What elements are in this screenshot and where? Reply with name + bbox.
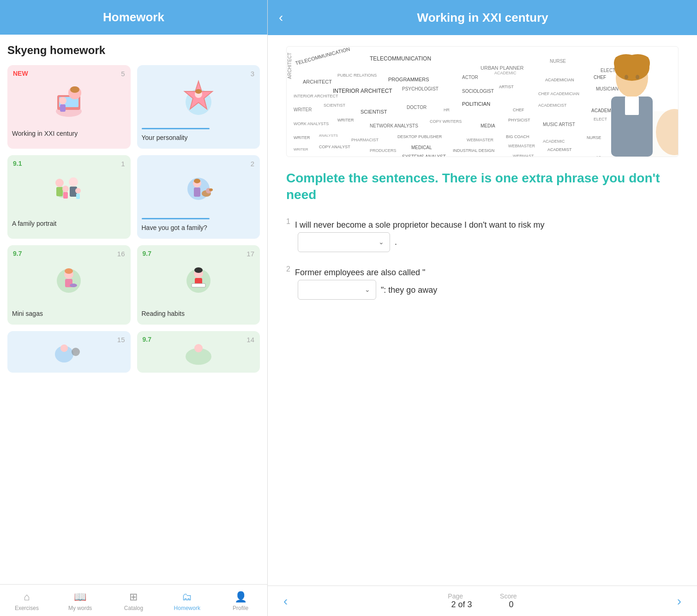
- svg-text:INDUSTRIAL DESIGN: INDUSTRIAL DESIGN: [453, 148, 494, 153]
- card-image-1: [12, 70, 126, 125]
- svg-text:SOCIOLOGIST: SOCIOLOGIST: [462, 89, 494, 94]
- exercise-text-1b: ⌄ .: [295, 232, 545, 252]
- card-progress-4: [142, 218, 210, 219]
- exercise-2: 2 Former employees are also called " ⌄ "…: [286, 265, 679, 300]
- svg-text:ARCHITECT: ARCHITECT: [287, 53, 292, 79]
- card-8[interactable]: 9.7 14: [137, 331, 260, 373]
- svg-point-4: [70, 86, 79, 93]
- nav-catalog[interactable]: ⊞ Catalog: [107, 588, 161, 614]
- card-mini-sagas[interactable]: 9.7 16 Mini sagas: [7, 245, 131, 325]
- left-header: Homework: [0, 0, 267, 35]
- svg-point-29: [65, 268, 73, 274]
- svg-rect-117: [625, 97, 639, 115]
- left-title: Homework: [103, 10, 164, 24]
- card-reading-habits[interactable]: 9.7 17 Reading habits: [137, 245, 260, 325]
- card-image-6: [142, 250, 256, 305]
- card-7[interactable]: 15: [7, 331, 131, 373]
- card-badge-9-7a: 9.7: [13, 250, 22, 257]
- svg-point-34: [194, 267, 203, 273]
- svg-text:ACADEMIC: ACADEMIC: [494, 71, 517, 75]
- svg-point-5: [59, 97, 66, 104]
- nav-my-words[interactable]: 📖 My words: [54, 588, 107, 614]
- svg-rect-13: [56, 187, 63, 196]
- page-title: Skyeng homework: [7, 44, 260, 57]
- svg-text:DOCTOR: DOCTOR: [407, 105, 427, 110]
- svg-text:PUBLIC RELATIONS: PUBLIC RELATIONS: [337, 73, 377, 78]
- svg-text:WRITER: WRITER: [294, 135, 310, 140]
- svg-text:ACTOR: ACTOR: [462, 75, 478, 80]
- svg-text:ACADEMIST: ACADEMIST: [547, 147, 572, 152]
- nav-catalog-label: Catalog: [124, 605, 143, 611]
- nav-exercises[interactable]: ⌂ Exercises: [0, 588, 54, 614]
- catalog-icon: ⊞: [129, 591, 138, 603]
- card-number-3: 3: [251, 70, 254, 78]
- card-number-16: 16: [117, 250, 125, 258]
- svg-text:ACADEMICIAN: ACADEMICIAN: [545, 78, 574, 82]
- card-progress-2: [142, 128, 210, 129]
- prev-page-button[interactable]: ‹: [279, 594, 292, 609]
- svg-point-113: [625, 75, 628, 79]
- bottom-nav: ⌂ Exercises 📖 My words ⊞ Catalog 🗂 Homew…: [0, 584, 267, 616]
- word-cloud-inner: TELECOMMUNICATION TELECOMMUNICATION URBA…: [287, 47, 678, 157]
- exercise-text-1-period: .: [395, 235, 397, 249]
- card-badge-9-7b: 9.7: [143, 250, 151, 257]
- dropdown-1[interactable]: ⌄: [298, 232, 390, 252]
- svg-point-14: [69, 177, 78, 187]
- svg-text:SCIENTIST: SCIENTIST: [361, 109, 387, 115]
- svg-text:INTERIOR ARCHITECT: INTERIOR ARCHITECT: [294, 94, 338, 98]
- right-title: Working in XXI century: [292, 11, 673, 25]
- score-value: 0: [509, 600, 514, 610]
- card-your-personality[interactable]: 3 Your personality: [137, 65, 260, 149]
- nav-homework[interactable]: 🗂 Homework: [160, 588, 214, 614]
- back-button[interactable]: ‹: [279, 10, 283, 25]
- exercise-text-2-suffix: ": they go away: [381, 283, 437, 297]
- nav-exercises-label: Exercises: [15, 605, 39, 611]
- homework-icon: 🗂: [182, 591, 192, 603]
- card-title-1: Working in XXI century: [12, 128, 126, 140]
- nav-profile-label: Profile: [233, 605, 248, 611]
- card-image-7: [12, 336, 126, 368]
- svg-text:CHEF ACADEMICIAN: CHEF ACADEMICIAN: [538, 91, 579, 96]
- dropdown-2[interactable]: ⌄: [298, 280, 376, 300]
- right-content: TELECOMMUNICATION TELECOMMUNICATION URBA…: [268, 35, 697, 586]
- svg-text:INTERIOR ARCHITECT: INTERIOR ARCHITECT: [333, 88, 392, 94]
- svg-text:PHARMACIST: PHARMACIST: [351, 138, 379, 142]
- svg-point-31: [70, 284, 77, 287]
- card-image-8: [142, 336, 256, 368]
- svg-text:CHEF: CHEF: [513, 108, 524, 112]
- svg-text:ANALYSTS: ANALYSTS: [319, 133, 338, 138]
- card-title-3: A family portrait: [12, 218, 126, 230]
- card-number-14: 14: [246, 336, 254, 344]
- svg-point-41: [194, 344, 203, 352]
- card-title-5: Mini sagas: [12, 308, 126, 320]
- svg-text:WORK ANALYSTS: WORK ANALYSTS: [294, 121, 329, 126]
- svg-point-16: [62, 186, 69, 192]
- card-badge-9-7c: 9.7: [143, 336, 151, 343]
- svg-point-12: [55, 179, 64, 187]
- svg-point-10: [195, 89, 202, 94]
- card-title-4: Have you got a family?: [142, 222, 256, 234]
- exercises-icon: ⌂: [24, 591, 30, 603]
- svg-rect-6: [60, 104, 66, 112]
- exercise-num-2: 2: [286, 265, 290, 273]
- svg-text:COPY ANALYST: COPY ANALYST: [319, 145, 350, 149]
- svg-point-115: [635, 84, 646, 91]
- card-grid: NEW 5 Working in XXI centur: [7, 65, 260, 373]
- card-number-15: 15: [117, 336, 125, 344]
- card-badge-new: NEW: [13, 70, 28, 77]
- card-have-family[interactable]: 2 Have you got a family?: [137, 155, 260, 239]
- nav-profile[interactable]: 👤 Profile: [214, 588, 267, 614]
- card-number-2: 2: [251, 160, 254, 168]
- svg-text:ACADEMICIST: ACADEMICIST: [538, 103, 567, 108]
- next-page-button[interactable]: ›: [673, 594, 686, 609]
- card-family-portrait[interactable]: 9.1 1: [7, 155, 131, 239]
- card-image-5: [12, 250, 126, 305]
- svg-rect-17: [63, 192, 68, 199]
- svg-rect-36: [192, 284, 205, 287]
- svg-text:PROGRAMMERS: PROGRAMMERS: [388, 77, 429, 82]
- svg-point-39: [72, 348, 80, 356]
- svg-text:HR: HR: [444, 108, 450, 112]
- card-working-xxi[interactable]: NEW 5 Working in XXI centur: [7, 65, 131, 149]
- left-panel: Homework Skyeng homework NEW 5: [0, 0, 268, 616]
- svg-rect-23: [194, 187, 200, 197]
